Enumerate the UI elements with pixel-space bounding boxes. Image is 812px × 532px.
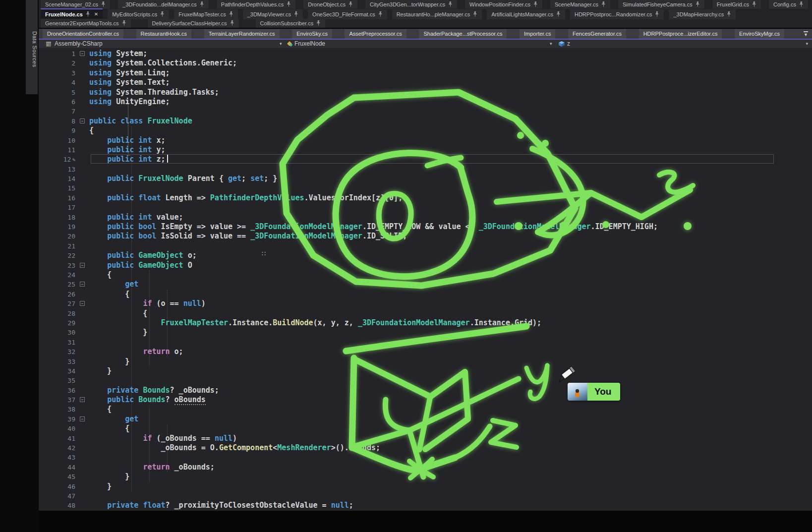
- code-line-30[interactable]: 30 }: [39, 328, 812, 337]
- fold-marker-icon[interactable]: −: [80, 416, 85, 421]
- tab-importer-cs[interactable]: Importer.cs: [520, 29, 555, 39]
- tab--3dmapviewer-cs[interactable]: _3DMapViewer.cs: [243, 9, 303, 19]
- code-line-9[interactable]: 9{: [39, 126, 812, 135]
- code-line-6[interactable]: 6using UnityEngine;: [39, 97, 812, 107]
- tab-fruxelnode-cs[interactable]: FruxelNode.cs✕: [41, 8, 103, 19]
- code-line-10[interactable]: 10 public int x;: [39, 136, 812, 145]
- code-line-7[interactable]: 7: [39, 107, 812, 116]
- chevron-down-icon[interactable]: ▾: [550, 41, 552, 46]
- pin-icon[interactable]: [287, 1, 291, 7]
- fold-marker-icon[interactable]: −: [80, 51, 85, 56]
- code-line-16[interactable]: 16 public float Length => PathfinderDept…: [39, 193, 812, 203]
- tab-fruxelgrid-cs[interactable]: FruxelGrid.cs: [712, 0, 761, 9]
- tab-generator2exportmaptools-cs[interactable]: Generator2ExportMapTools.cs: [41, 19, 131, 28]
- tab-config-cs[interactable]: Config.cs: [769, 0, 808, 9]
- code-line-12[interactable]: 12✎ public int z;: [39, 155, 812, 164]
- close-icon[interactable]: ✕: [94, 11, 98, 17]
- code-line-8[interactable]: 8−public class FruxelNode: [39, 117, 812, 126]
- pin-icon[interactable]: [696, 1, 700, 7]
- code-line-42[interactable]: 42 _oBounds = O.GetComponent<MeshRendere…: [39, 443, 812, 453]
- tab-pathfinderdepthvalues-cs[interactable]: PathfinderDepthValues.cs: [217, 0, 295, 9]
- fold-marker-icon[interactable]: −: [80, 301, 85, 306]
- fold-marker-icon[interactable]: −: [80, 282, 85, 287]
- code-line-21[interactable]: 21: [39, 241, 812, 251]
- code-line-45[interactable]: 45 }: [39, 472, 812, 481]
- code-line-5[interactable]: 5using System.Threading.Tasks;: [39, 88, 812, 97]
- code-line-43[interactable]: 43: [39, 453, 812, 462]
- sidebar-tab-data-sources[interactable]: Data Sources: [26, 0, 38, 94]
- code-line-3[interactable]: 3using System.Linq;: [39, 68, 812, 78]
- pin-icon[interactable]: [378, 11, 383, 17]
- pin-icon[interactable]: [799, 1, 804, 7]
- code-line-37[interactable]: 37− public Bounds? oBounds: [39, 395, 812, 405]
- code-line-31[interactable]: 31: [39, 338, 812, 347]
- code-line-47[interactable]: 47: [39, 491, 812, 501]
- pin-icon[interactable]: [101, 1, 106, 7]
- tab-scenemanager-cs[interactable]: SceneManager.cs: [550, 0, 610, 9]
- code-line-20[interactable]: 20 public bool IsSolid => value == _3DFo…: [39, 232, 812, 241]
- pin-icon[interactable]: [122, 20, 126, 26]
- fold-marker-icon[interactable]: −: [80, 118, 85, 123]
- code-line-29[interactable]: 29 FruxelMapTester.Instance.BuildNode(x,…: [39, 318, 812, 328]
- tab-hdrppostproce-izereditor-cs[interactable]: HDRPPostproce...izerEditor.cs: [639, 29, 722, 39]
- tab-assetpreprocessor-cs[interactable]: AssetPreprocessor.cs: [345, 29, 406, 39]
- tab-citygen3dgen-torwrapper-cs[interactable]: CityGen3DGen...torWrapper.cs: [365, 0, 457, 9]
- code-line-2[interactable]: 2using System.Collections.Generic;: [39, 59, 812, 68]
- tab-artificiallightsmanager-cs[interactable]: ArtificialLightsManager.cs: [487, 9, 565, 19]
- tab--3dfoundatio-delmanager-cs[interactable]: _3DFoundatio...delManager.cs: [118, 0, 209, 9]
- tab-myeditorscripts-cs[interactable]: MyEditorScripts.cs: [108, 9, 169, 19]
- pin-icon[interactable]: [752, 1, 756, 7]
- pin-icon[interactable]: [200, 1, 204, 7]
- tab-scenemanager-02-cs[interactable]: SceneManager_02.cs: [41, 0, 110, 9]
- tab-droneobject-cs[interactable]: DroneObject.cs: [303, 0, 357, 9]
- code-line-28[interactable]: 28 {: [39, 309, 812, 318]
- code-line-4[interactable]: 4using System.Text;: [39, 78, 812, 87]
- tab--3dmaphierarchy-cs[interactable]: _3DMapHierarchy.cs: [669, 9, 736, 19]
- code-line-48[interactable]: 48 private float? _proximityToClosestObs…: [39, 501, 812, 510]
- code-line-19[interactable]: 19 public bool IsEmpty => value >= _3DFo…: [39, 222, 812, 232]
- pin-icon[interactable]: [348, 1, 353, 7]
- tab-deliverysurfaceclasshelper-cs[interactable]: DeliverySurfaceClassHelper.cs: [148, 19, 239, 28]
- code-line-25[interactable]: 25− get: [39, 280, 812, 289]
- code-line-14[interactable]: 14 public FruxelNode Parent { get; set; …: [39, 174, 812, 183]
- pin-icon[interactable]: [533, 1, 538, 7]
- code-line-17[interactable]: 17: [39, 203, 812, 212]
- tab-fruxelmaptester-cs[interactable]: FruxelMapTester.cs: [174, 9, 237, 19]
- tab-restauranthook-cs[interactable]: RestaurantHook.cs: [136, 29, 192, 39]
- tab-onesec3d-fileformat-cs[interactable]: OneSec3D_FileFormat.cs: [308, 9, 387, 19]
- code-line-36[interactable]: 36 private Bounds? _oBounds;: [39, 386, 812, 395]
- tab-hdrppostproc-randomizer-cs[interactable]: HDRPPostproc...Randomizer.cs: [570, 9, 664, 19]
- code-line-32[interactable]: 32 return o;: [39, 347, 812, 356]
- pin-icon[interactable]: [86, 11, 90, 17]
- pin-icon[interactable]: [727, 11, 731, 17]
- tab-overflow-icon[interactable]: ▼: [804, 31, 808, 37]
- code-editor[interactable]: 1−using System;2using System.Collections…: [39, 48, 812, 511]
- pin-icon[interactable]: [160, 11, 165, 17]
- pin-icon[interactable]: [229, 11, 233, 17]
- code-line-13[interactable]: 13: [39, 165, 812, 174]
- code-line-22[interactable]: 22 public GameObject o;: [39, 251, 812, 260]
- tab-envirosky-cs[interactable]: EnviroSky.cs: [292, 29, 332, 39]
- code-line-24[interactable]: 24 {: [39, 270, 812, 280]
- tab-fencesgenerator-cs[interactable]: FencesGenerator.cs: [568, 29, 626, 39]
- tab-restaurantho-plemanager-cs[interactable]: RestaurantHo...pleManager.cs: [392, 9, 482, 19]
- fold-marker-icon[interactable]: −: [80, 397, 85, 402]
- pin-icon[interactable]: [655, 11, 659, 17]
- tab-windowpositionfinder-cs[interactable]: WindowPositionFinder.cs: [465, 0, 542, 9]
- pin-icon[interactable]: [473, 11, 477, 17]
- type-dropdown[interactable]: FruxelNode: [294, 40, 325, 47]
- pin-icon[interactable]: [448, 1, 453, 7]
- code-line-41[interactable]: 41 if (_oBounds == null): [39, 434, 812, 443]
- pin-icon[interactable]: [230, 20, 234, 26]
- code-line-11[interactable]: 11 public int y;: [39, 145, 812, 155]
- code-line-26[interactable]: 26 {: [39, 290, 812, 299]
- code-line-40[interactable]: 40 {: [39, 424, 812, 433]
- code-line-15[interactable]: 15: [39, 183, 812, 193]
- code-line-23[interactable]: 23− public GameObject O: [39, 261, 812, 270]
- pin-icon[interactable]: [556, 11, 561, 17]
- tab-droneorientationcontroller-cs[interactable]: DroneOrientationController.cs: [43, 29, 123, 39]
- pin-icon[interactable]: [316, 20, 321, 26]
- code-line-27[interactable]: 27− if (o == null): [39, 299, 812, 308]
- code-line-34[interactable]: 34 }: [39, 366, 812, 376]
- code-line-33[interactable]: 33 }: [39, 357, 812, 366]
